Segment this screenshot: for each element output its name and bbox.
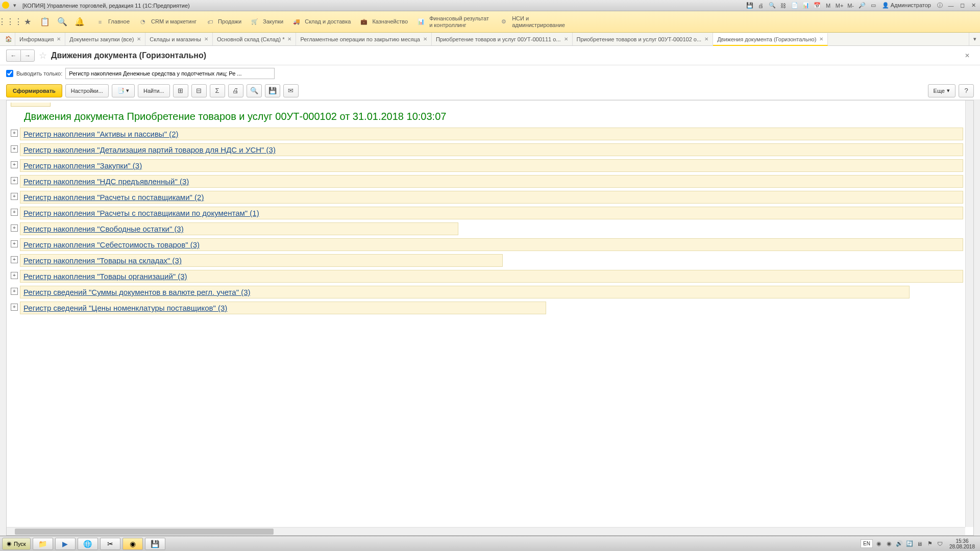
- task-chrome[interactable]: 🌐: [78, 538, 98, 550]
- tab-close-icon[interactable]: ✕: [287, 36, 291, 42]
- tab-close-icon[interactable]: ✕: [137, 36, 141, 42]
- expand-groups-button[interactable]: ⊞: [173, 84, 188, 97]
- help-button[interactable]: ?: [959, 84, 974, 97]
- collapse-groups-button[interactable]: ⊟: [191, 84, 207, 97]
- tray-sync-icon[interactable]: 🔄: [905, 540, 914, 548]
- document-tab[interactable]: Движения документа (Горизонтально)✕: [713, 33, 828, 46]
- tabs-dropdown[interactable]: ▾: [969, 33, 980, 45]
- register-link[interactable]: Регистр накопления "Товары на складах" (…: [23, 256, 182, 265]
- task-explorer[interactable]: 📁: [33, 538, 53, 550]
- task-powershell[interactable]: ▶: [55, 538, 76, 550]
- menu-section[interactable]: 📊Финансовый результат и контроллинг: [412, 11, 495, 32]
- close-page-icon[interactable]: ✕: [965, 52, 970, 59]
- task-1c[interactable]: ◉: [122, 538, 143, 550]
- register-link[interactable]: Регистр накопления "Расчеты с поставщика…: [23, 209, 259, 217]
- document-tab[interactable]: Основной склад (Склад) *✕: [213, 33, 296, 45]
- m-minus-icon[interactable]: M-: [846, 2, 855, 10]
- menu-section[interactable]: 💼Казначейство: [355, 11, 412, 32]
- apps-icon[interactable]: ⋮⋮⋮: [4, 16, 16, 28]
- m-icon[interactable]: M: [824, 2, 833, 10]
- preview-button[interactable]: 🔍: [247, 84, 262, 97]
- generate-button[interactable]: Сформировать: [6, 84, 62, 97]
- tab-close-icon[interactable]: ✕: [57, 36, 61, 42]
- filter-input[interactable]: [65, 68, 275, 79]
- search-icon[interactable]: 🔍: [56, 16, 68, 28]
- expand-icon[interactable]: +: [11, 193, 18, 200]
- link-icon[interactable]: ⛓: [779, 2, 788, 10]
- back-button[interactable]: ←: [6, 49, 20, 62]
- expand-icon[interactable]: +: [11, 161, 18, 168]
- expand-icon[interactable]: +: [11, 209, 18, 216]
- email-button[interactable]: ✉: [283, 84, 299, 97]
- home-tab[interactable]: 🏠: [2, 33, 15, 45]
- register-link[interactable]: Регистр накопления "Расчеты с поставщика…: [23, 193, 204, 202]
- task-save[interactable]: 💾: [145, 538, 165, 550]
- save-report-button[interactable]: 💾: [265, 84, 280, 97]
- expand-icon[interactable]: +: [11, 288, 18, 295]
- register-link[interactable]: Регистр накопления "Себестоимость товаро…: [23, 240, 200, 249]
- register-link[interactable]: Регистр накопления "НДС предъявленный" (…: [23, 177, 189, 186]
- dropdown-icon[interactable]: ▾: [10, 2, 19, 10]
- more-button[interactable]: Еще ▾: [928, 84, 955, 97]
- document-tab[interactable]: Регламентные операции по закрытию месяца…: [296, 33, 431, 45]
- expand-icon[interactable]: +: [11, 130, 18, 137]
- register-link[interactable]: Регистр накопления "Детализация партий т…: [23, 145, 276, 154]
- preview-icon[interactable]: 🔍: [768, 2, 777, 10]
- settings-button[interactable]: Настройки...: [65, 84, 109, 97]
- save-icon[interactable]: 💾: [745, 2, 754, 10]
- expand-icon[interactable]: +: [11, 145, 18, 153]
- document-tab[interactable]: Приобретение товаров и услуг 00УТ-000102…: [573, 33, 714, 45]
- calendar-icon[interactable]: 📅: [813, 2, 822, 10]
- calc-icon[interactable]: 📊: [801, 2, 811, 10]
- m-plus-icon[interactable]: M+: [835, 2, 844, 10]
- variant-button[interactable]: 📑 ▾: [112, 84, 135, 97]
- sum-button[interactable]: Σ: [210, 84, 225, 97]
- horizontal-scroll-thumb[interactable]: [15, 529, 274, 535]
- expand-icon[interactable]: +: [11, 256, 18, 263]
- expand-icon[interactable]: +: [11, 240, 18, 247]
- register-link[interactable]: Регистр накопления "Активы и пассивы" (2…: [23, 130, 178, 138]
- zoom-icon[interactable]: 🔎: [857, 2, 867, 10]
- clipboard-icon[interactable]: 📋: [39, 16, 51, 28]
- menu-section[interactable]: 🛒Закупки: [246, 11, 287, 32]
- register-link[interactable]: Регистр накопления "Товары организаций" …: [23, 272, 187, 281]
- star-icon[interactable]: ★: [21, 16, 34, 28]
- tray-1c-icon-2[interactable]: ◉: [885, 540, 893, 548]
- register-link[interactable]: Регистр накопления "Свободные остатки" (…: [23, 224, 184, 233]
- maximize-icon[interactable]: ◻: [958, 2, 967, 10]
- task-snip[interactable]: ✂: [100, 538, 120, 550]
- menu-section[interactable]: ≡Главное: [91, 11, 134, 32]
- register-link[interactable]: Регистр сведений "Суммы документов в вал…: [23, 288, 250, 296]
- print-button[interactable]: 🖨: [228, 84, 243, 97]
- document-tab[interactable]: Документы закупки (все)✕: [65, 33, 145, 45]
- tray-1c-icon[interactable]: ◉: [875, 540, 883, 548]
- tab-close-icon[interactable]: ✕: [704, 36, 708, 42]
- tray-language[interactable]: EN: [861, 539, 873, 548]
- forward-button[interactable]: →: [20, 49, 35, 62]
- close-window-icon[interactable]: ✕: [969, 2, 978, 10]
- expand-icon[interactable]: +: [11, 224, 18, 232]
- expand-icon[interactable]: +: [11, 272, 18, 279]
- bell-icon[interactable]: 🔔: [74, 16, 86, 28]
- horizontal-scrollbar[interactable]: [7, 527, 965, 535]
- print-icon[interactable]: 🖨: [756, 2, 766, 10]
- document-tab[interactable]: Склады и магазины✕: [145, 33, 213, 45]
- menu-section[interactable]: ⚙НСИ и администрирование: [495, 11, 577, 32]
- tray-security-icon[interactable]: 🛡: [936, 540, 944, 548]
- favorite-star-icon[interactable]: ☆: [39, 50, 47, 61]
- tray-clock[interactable]: 15:36 28.08.2018: [946, 538, 978, 549]
- info-icon[interactable]: ⓘ: [935, 2, 944, 10]
- expand-icon[interactable]: +: [11, 177, 18, 184]
- expand-icon[interactable]: +: [11, 304, 18, 311]
- find-button[interactable]: Найти...: [138, 84, 170, 97]
- doc-icon[interactable]: 📄: [790, 2, 799, 10]
- filter-checkbox[interactable]: [6, 70, 13, 77]
- menu-section[interactable]: 🏷Продажи: [201, 11, 246, 32]
- register-link[interactable]: Регистр сведений "Цены номенклатуры пост…: [23, 304, 227, 312]
- tray-flag-icon[interactable]: ⚑: [926, 540, 934, 548]
- tab-close-icon[interactable]: ✕: [819, 36, 823, 42]
- tab-close-icon[interactable]: ✕: [204, 36, 208, 42]
- minimize-icon[interactable]: —: [946, 2, 955, 10]
- panel-icon[interactable]: ▭: [869, 2, 878, 10]
- document-tab[interactable]: Информация✕: [15, 33, 65, 45]
